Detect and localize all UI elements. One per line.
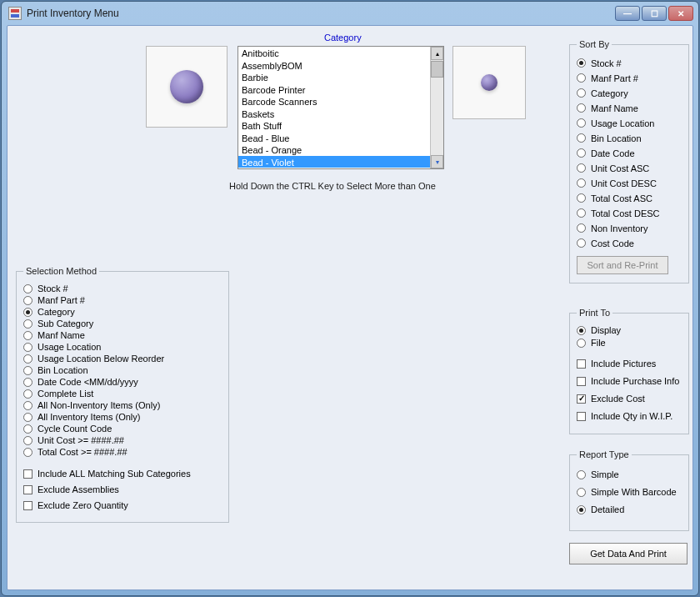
- list-item[interactable]: Bath Stuff: [238, 119, 430, 132]
- radio-icon: [577, 118, 586, 128]
- selection-option[interactable]: Usage Location: [23, 341, 222, 353]
- report-type-option[interactable]: Simple With Barcode: [577, 484, 682, 500]
- selection-label: Stock #: [38, 283, 68, 293]
- radio-icon: [577, 88, 586, 98]
- list-item[interactable]: AssemblyBOM: [238, 59, 430, 72]
- selection-label: Date Code <MM/dd/yyyy: [38, 377, 138, 387]
- sort-option[interactable]: Stock #: [577, 56, 682, 70]
- selection-option[interactable]: Category: [23, 306, 222, 318]
- print-to-legend: Print To: [577, 308, 612, 318]
- sort-label: Stock #: [591, 58, 622, 68]
- list-item[interactable]: Baskets: [238, 108, 430, 120]
- report-type-option[interactable]: Simple: [577, 466, 682, 483]
- radio-icon: [23, 401, 32, 410]
- sort-label: Date Code: [591, 148, 635, 158]
- radio-icon: [577, 326, 586, 335]
- scrollbar-thumb[interactable]: [431, 61, 443, 78]
- sort-option[interactable]: Usage Location: [577, 116, 682, 130]
- bead-icon: [481, 74, 498, 91]
- selection-method-legend: Selection Method: [23, 266, 99, 276]
- selection-option[interactable]: Sub Category: [23, 318, 222, 329]
- report-type-group: Report Type SimpleSimple With BarcodeDet…: [569, 449, 689, 531]
- minimize-button[interactable]: —: [615, 6, 640, 21]
- selection-label: Category: [38, 307, 75, 317]
- list-item[interactable]: Barbie: [238, 71, 430, 83]
- get-data-print-button[interactable]: Get Data And Print: [569, 543, 688, 564]
- selection-option[interactable]: Cycle Count Code: [23, 423, 222, 434]
- close-button[interactable]: ✕: [668, 6, 693, 21]
- titlebar[interactable]: Print Inventory Menu — ☐ ✕: [2, 2, 698, 25]
- selection-label: Total Cost >= ####.##: [38, 447, 128, 457]
- selection-option[interactable]: Stock #: [23, 283, 222, 294]
- listbox-scrollbar[interactable]: ▴ ▾: [430, 47, 443, 168]
- maximize-button[interactable]: ☐: [642, 6, 667, 21]
- sort-label: Total Cost ASC: [591, 193, 652, 203]
- sort-option[interactable]: Unit Cost DESC: [577, 176, 682, 190]
- selection-option[interactable]: Manf Part #: [23, 294, 222, 306]
- radio-icon: [577, 58, 586, 68]
- sort-option[interactable]: Manf Part #: [577, 71, 682, 85]
- list-item[interactable]: Barcode Printer: [238, 83, 430, 96]
- radio-icon: [577, 470, 586, 479]
- radio-icon: [577, 208, 586, 218]
- report-type-label: Simple With Barcode: [591, 487, 677, 497]
- sort-option[interactable]: Category: [577, 86, 682, 100]
- sort-option[interactable]: Unit Cost ASC: [577, 161, 682, 175]
- radio-icon: [577, 103, 586, 113]
- selection-check[interactable]: Exclude Assemblies: [23, 482, 222, 497]
- bead-icon: [170, 70, 203, 103]
- list-item[interactable]: Bead - Violet: [238, 156, 430, 168]
- print-to-label: Display: [591, 325, 621, 335]
- report-type-option[interactable]: Detailed: [577, 501, 682, 518]
- sort-reprint-button: Sort and Re-Print: [577, 256, 668, 274]
- list-item[interactable]: Bead - Orange: [238, 143, 430, 156]
- radio-icon: [23, 354, 32, 364]
- selection-option[interactable]: All Inventory Items (Only): [23, 411, 222, 423]
- radio-icon: [23, 319, 32, 329]
- selection-option[interactable]: Date Code <MM/dd/yyyy: [23, 376, 222, 388]
- print-to-option[interactable]: Display: [577, 324, 682, 336]
- window-frame: Print Inventory Menu — ☐ ✕ Category Anit…: [1, 1, 699, 596]
- selection-option[interactable]: All Non-Inventory Items (Only): [23, 399, 222, 411]
- selection-option[interactable]: Total Cost >= ####.##: [23, 446, 222, 458]
- selection-check[interactable]: Exclude Zero Quantity: [23, 498, 222, 513]
- scrollbar-up-icon[interactable]: ▴: [431, 47, 443, 60]
- list-item[interactable]: Anitboitic: [238, 47, 430, 59]
- selection-option[interactable]: Unit Cost >= ####.##: [23, 434, 222, 446]
- sort-option[interactable]: Non Inventory: [577, 221, 682, 235]
- selection-option[interactable]: Manf Name: [23, 329, 222, 341]
- sort-option[interactable]: Total Cost ASC: [577, 191, 682, 205]
- sort-label: Unit Cost ASC: [591, 163, 649, 173]
- list-item[interactable]: Bead - Blue: [238, 132, 430, 144]
- print-to-check-label: Exclude Cost: [591, 394, 645, 404]
- sort-by-group: Sort By Stock #Manf Part #CategoryManf N…: [569, 39, 689, 283]
- sort-option[interactable]: Date Code: [577, 146, 682, 160]
- selection-option[interactable]: Bin Location: [23, 364, 222, 376]
- radio-icon: [23, 413, 32, 422]
- print-to-check[interactable]: Include Pictures: [577, 355, 682, 372]
- report-type-label: Simple: [591, 469, 619, 479]
- list-item[interactable]: Barcode Scanners: [238, 95, 430, 108]
- print-to-check[interactable]: Include Qty in W.I.P.: [577, 408, 682, 424]
- selection-label: Manf Name: [38, 330, 85, 340]
- sort-option[interactable]: Bin Location: [577, 131, 682, 145]
- selection-option[interactable]: Complete List: [23, 388, 222, 399]
- sort-label: Manf Part #: [591, 73, 638, 83]
- selection-check[interactable]: Include ALL Matching Sub Categories: [23, 466, 222, 481]
- sort-label: Cost Code: [591, 238, 634, 248]
- checkbox-icon: [23, 469, 32, 479]
- radio-icon: [577, 223, 586, 233]
- selection-option[interactable]: Usage Location Below Reorder: [23, 353, 222, 364]
- category-listbox[interactable]: AnitboiticAssemblyBOMBarbieBarcode Print…: [238, 46, 444, 169]
- print-to-check[interactable]: Exclude Cost: [577, 390, 682, 407]
- print-to-check[interactable]: Include Purchase Info: [577, 373, 682, 389]
- radio-icon: [23, 389, 32, 399]
- print-to-check-label: Include Qty in W.I.P.: [591, 411, 672, 421]
- selection-label: Unit Cost >= ####.##: [38, 435, 124, 445]
- scrollbar-down-icon[interactable]: ▾: [431, 155, 443, 168]
- sort-option[interactable]: Total Cost DESC: [577, 206, 682, 220]
- sort-option[interactable]: Manf Name: [577, 101, 682, 115]
- radio-icon: [23, 296, 32, 305]
- sort-option[interactable]: Cost Code: [577, 236, 682, 250]
- print-to-option[interactable]: File: [577, 337, 682, 349]
